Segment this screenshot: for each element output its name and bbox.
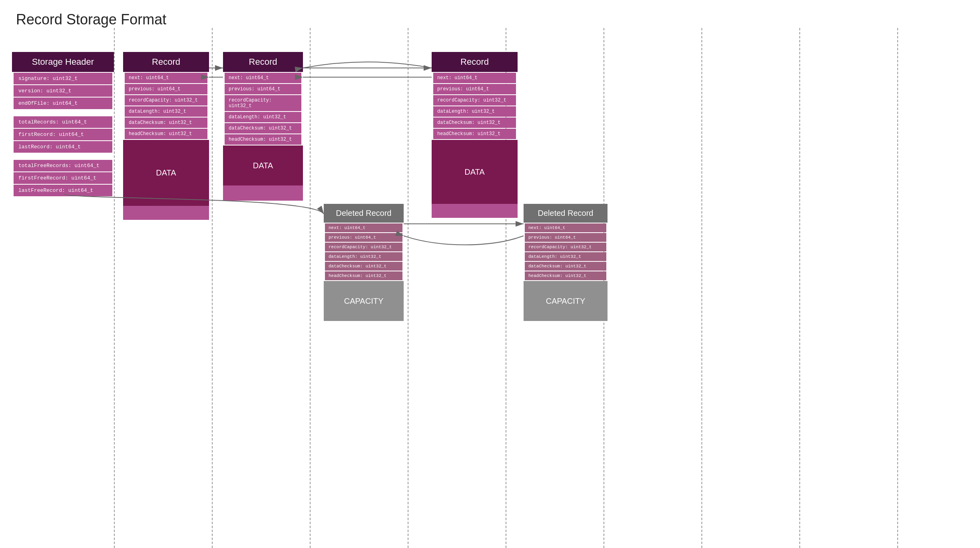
deleted2-box: Deleted Record next: uint64_t previous: … [524,204,608,321]
record3-datalength: dataLength: uint32_t [433,106,516,117]
record1-data-extra [123,206,209,220]
record1-headchecksum: headChecksum: uint32_t [125,129,207,139]
record2-title: Record [223,52,303,72]
dashed-line-8 [799,28,800,548]
record1-next: next: uint64_t [125,73,207,83]
deleted1-headchecksum: headChecksum: uint32_t [325,271,402,280]
record2-datalength: dataLength: uint32_t [225,112,301,122]
storage-header-row-version: version: uint32_t [14,85,112,97]
dashed-line-4 [408,28,408,548]
record2-headchecksum: headChecksum: uint32_t [225,134,301,145]
record2-datachecksum: dataChecksum: uint32_t [225,123,301,134]
storage-header-row-firstrecord: firstRecord: uint64_t [14,129,112,140]
record3-previous: previous: uint64_t [433,84,516,94]
dashed-line-7 [701,28,702,548]
deleted2-datalength: dataLength: uint32_t [525,252,606,261]
record3-title: Record [432,52,518,72]
dashed-line-9 [897,28,898,548]
record3-box: Record next: uint64_t previous: uint64_t… [432,52,518,218]
dashed-line-3 [310,28,311,548]
record1-title: Record [123,52,209,72]
record3-datachecksum: dataChecksum: uint32_t [433,118,516,128]
record1-data: DATA [123,140,209,206]
record3-data: DATA [432,140,518,204]
dashed-line-1 [114,28,115,548]
deleted1-title: Deleted Record [324,204,404,223]
deleted1-previous: previous: uint64_t [325,233,402,242]
storage-header-row-lastfree: lastFreeRecord: uint64_t [14,185,112,196]
deleted1-next: next: uint64_t [325,223,402,232]
dashed-line-2 [212,28,213,548]
deleted2-datachecksum: dataChecksum: uint32_t [525,262,606,271]
record2-previous: previous: uint64_t [225,84,301,94]
storage-header-row-firstfree: firstFreeRecord: uint64_t [14,172,112,184]
deleted1-capacity-block: CAPACITY [324,281,404,321]
storage-header-row-eof: endOfFile: uint64_t [14,98,112,109]
page-title: Record Storage Format [16,11,166,28]
deleted1-capacity: recordCapacity: uint32_t [325,243,402,251]
record1-datachecksum: dataChecksum: uint32_t [125,118,207,128]
record2-data-extra [223,185,303,201]
storage-header-row-signature: signature: uint32_t [14,73,112,84]
deleted1-datachecksum: dataChecksum: uint32_t [325,262,402,271]
record1-datalength: dataLength: uint32_t [125,106,207,117]
deleted2-capacity-block: CAPACITY [524,281,608,321]
deleted1-box: Deleted Record next: uint64_t previous: … [324,204,404,321]
record2-capacity: recordCapacity: uint32_t [225,95,301,111]
record3-data-extra [432,204,518,218]
storage-header-box: Storage Header signature: uint32_t versi… [12,52,114,197]
storage-header-title: Storage Header [12,52,114,72]
deleted2-next: next: uint64_t [525,223,606,232]
storage-header-row-totalfree: totalFreeRecords: uint64_t [14,160,112,171]
record3-capacity: recordCapacity: uint32_t [433,95,516,106]
deleted1-datalength: dataLength: uint32_t [325,252,402,261]
record1-capacity: recordCapacity: uint32_t [125,95,207,106]
record2-box: Record next: uint64_t previous: uint64_t… [223,52,303,201]
deleted2-headchecksum: headChecksum: uint32_t [525,271,606,280]
storage-header-row-totalrecords: totalRecords: uint64_t [14,116,112,128]
record1-box: Record next: uint64_t previous: uint64_t… [123,52,209,220]
deleted2-previous: previous: uint64_t [525,233,606,242]
deleted2-title: Deleted Record [524,204,608,223]
record2-next: next: uint64_t [225,73,301,83]
record2-data: DATA [223,145,303,185]
deleted2-capacity: recordCapacity: uint32_t [525,243,606,251]
storage-header-row-lastrecord: lastRecord: uint64_t [14,141,112,153]
record1-previous: previous: uint64_t [125,84,207,94]
record3-headchecksum: headChecksum: uint32_t [433,129,516,139]
record3-next: next: uint64_t [433,73,516,83]
